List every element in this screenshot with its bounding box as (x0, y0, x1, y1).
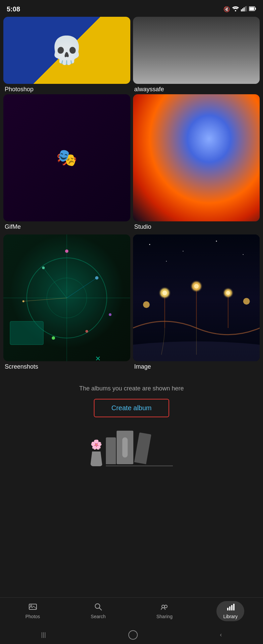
album-item-photoshop-partial[interactable]: 💀 Photoshop (3, 17, 130, 94)
svg-point-36 (149, 244, 150, 245)
back-button[interactable]: ‹ (220, 631, 222, 638)
svg-rect-5 (246, 6, 247, 11)
nav-label-photos: Photos (25, 614, 40, 619)
album-item-gifme[interactable]: 🎭 GifMe (3, 94, 130, 232)
album-label-screenshots: Screenshots (3, 361, 130, 372)
svg-line-20 (44, 268, 67, 298)
search-icon (94, 603, 102, 612)
book-3 (134, 432, 151, 464)
nav-item-photos[interactable]: Photos (19, 601, 47, 621)
book-2 (117, 431, 133, 464)
album-label-alwayssafe: alwayssafe (133, 84, 260, 94)
svg-point-17 (109, 313, 112, 316)
svg-point-40 (166, 261, 167, 261)
svg-rect-4 (245, 6, 246, 11)
home-indicator: ||| ‹ (0, 626, 263, 644)
nav-label-search: Search (91, 614, 106, 619)
nav-item-search[interactable]: Search (84, 601, 112, 621)
home-button[interactable] (128, 630, 138, 640)
svg-line-44 (99, 608, 102, 610)
nav-item-sharing[interactable]: Sharing (150, 601, 179, 621)
create-section-description: The albums you create are shown here (7, 385, 256, 392)
book-1 (106, 437, 116, 464)
albums-grid: 🎭 GifMe Studio (0, 94, 263, 375)
album-thumb-gifme: 🎭 (3, 94, 130, 221)
top-albums-row: 💀 Photoshop alwayssafe (0, 17, 263, 94)
album-item-studio[interactable]: Studio (133, 94, 260, 232)
signal-icon (241, 6, 247, 13)
svg-point-13 (65, 249, 68, 253)
svg-point-19 (85, 330, 88, 332)
svg-rect-8 (250, 7, 254, 10)
album-label-image: Image (133, 361, 260, 372)
album-thumb-alwayssafe-partial (133, 17, 260, 84)
photos-icon (29, 603, 37, 612)
svg-rect-7 (255, 8, 256, 10)
svg-point-45 (162, 605, 165, 608)
status-time: 5:08 (7, 5, 20, 13)
album-thumb-studio (133, 94, 260, 221)
nav-label-library: Library (223, 614, 238, 619)
svg-rect-48 (229, 606, 231, 610)
album-thumb-photoshop-partial: 💀 (3, 17, 130, 84)
svg-text:✕: ✕ (95, 355, 101, 361)
books-illustration (106, 431, 173, 466)
svg-point-35 (143, 301, 149, 308)
sharing-icon (160, 603, 169, 612)
mute-icon: 🔇 (223, 6, 230, 12)
shelf-line (106, 466, 173, 466)
recent-apps-button[interactable]: ||| (41, 631, 46, 638)
svg-point-0 (235, 10, 236, 11)
svg-line-21 (67, 278, 97, 298)
flower-icon: 🌸 (90, 439, 102, 450)
svg-point-31 (194, 284, 199, 288)
svg-rect-2 (242, 8, 243, 11)
nav-label-sharing: Sharing (156, 614, 173, 619)
svg-rect-49 (231, 605, 233, 610)
wifi-icon (232, 6, 239, 13)
library-illustration: 🌸 (0, 424, 263, 476)
library-icon (226, 603, 235, 612)
svg-rect-3 (244, 7, 245, 11)
svg-point-42 (30, 605, 32, 606)
svg-point-33 (226, 291, 230, 295)
svg-point-39 (243, 254, 243, 255)
svg-point-38 (216, 240, 217, 241)
svg-point-29 (162, 290, 167, 295)
svg-rect-50 (233, 604, 235, 610)
album-label-studio: Studio (133, 221, 260, 232)
status-icons: 🔇 (223, 6, 256, 13)
album-item-alwayssafe-partial[interactable]: alwayssafe (133, 17, 260, 94)
svg-rect-1 (241, 9, 242, 11)
status-bar: 5:08 🔇 (0, 0, 263, 17)
svg-point-18 (52, 336, 55, 339)
album-label-gifme: GifMe (3, 221, 130, 232)
svg-rect-47 (227, 608, 228, 610)
svg-rect-24 (10, 321, 44, 344)
vase-shape (90, 451, 103, 466)
battery-icon (249, 6, 256, 12)
svg-point-34 (243, 298, 250, 305)
album-thumb-image (133, 234, 260, 362)
create-album-button[interactable]: Create album (94, 399, 169, 417)
books-group (106, 431, 173, 464)
svg-point-37 (183, 251, 183, 251)
album-label-photoshop: Photoshop (3, 84, 130, 94)
album-item-screenshots[interactable]: ✕ Screenshots (3, 234, 130, 372)
svg-point-46 (165, 605, 167, 608)
album-thumb-screenshots: ✕ (3, 234, 130, 362)
bottom-navigation: Photos Search Sharing (0, 597, 263, 624)
svg-line-22 (23, 298, 67, 301)
album-item-image[interactable]: Image (133, 234, 260, 372)
create-album-section: The albums you create are shown here Cre… (0, 375, 263, 424)
skull-emoji: 💀 (50, 35, 83, 66)
flower-vase-illustration: 🌸 (90, 439, 103, 466)
nav-item-library[interactable]: Library (216, 601, 244, 621)
